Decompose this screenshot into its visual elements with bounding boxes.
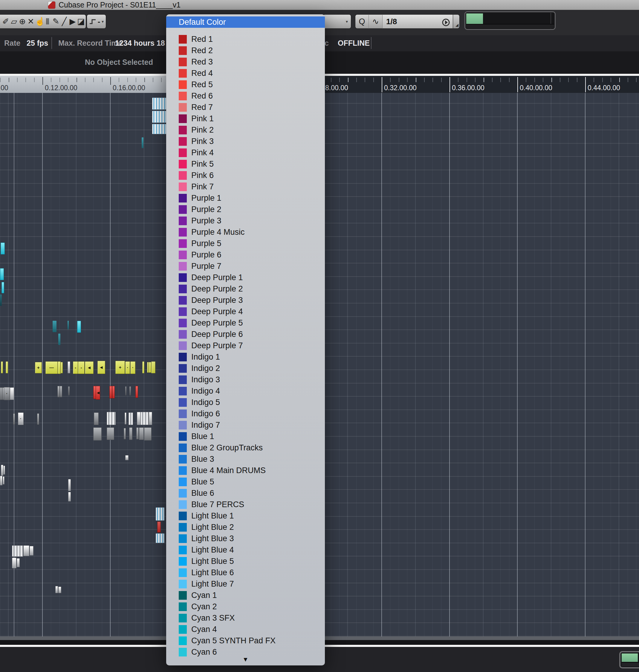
clip[interactable]: [135, 386, 138, 398]
color-menu-item[interactable]: Purple 7: [166, 260, 325, 272]
color-menu-item[interactable]: Red 7: [166, 101, 325, 113]
clip[interactable]: [125, 455, 128, 460]
clip[interactable]: [128, 413, 133, 425]
color-menu-item[interactable]: Indigo 7: [166, 419, 325, 431]
color-menu-item[interactable]: Purple 6: [166, 249, 325, 260]
clip[interactable]: ·: [125, 362, 130, 374]
color-menu-item[interactable]: Pink 2: [166, 124, 325, 135]
clip[interactable]: [60, 386, 62, 397]
clip[interactable]: -: [73, 362, 78, 374]
clip[interactable]: [3, 476, 4, 484]
clip[interactable]: [58, 587, 61, 593]
clip[interactable]: [112, 386, 115, 398]
clip[interactable]: [156, 508, 165, 521]
color-menu-item[interactable]: Purple 4 Music: [166, 226, 325, 238]
color-menu-item[interactable]: Blue 1: [166, 431, 325, 442]
color-menu-item[interactable]: Light Blue 1: [166, 510, 325, 522]
clip[interactable]: [1, 242, 5, 254]
color-menu-item[interactable]: Deep Purple 3: [166, 294, 325, 306]
clip[interactable]: [107, 412, 116, 425]
clip[interactable]: [0, 294, 2, 306]
color-menu-item[interactable]: Light Blue 2: [166, 522, 325, 533]
color-menu-item[interactable]: Pink 5: [166, 158, 325, 170]
color-menu-item[interactable]: Red 4: [166, 67, 325, 79]
clip[interactable]: [68, 479, 71, 491]
clip[interactable]: [136, 427, 139, 439]
clip[interactable]: ·: [18, 413, 24, 425]
color-menu-item[interactable]: Indigo 6: [166, 408, 325, 419]
color-menu-item[interactable]: Pink 7: [166, 181, 325, 192]
clip[interactable]: [1, 282, 4, 293]
clip[interactable]: [23, 545, 29, 556]
clip[interactable]: [129, 386, 131, 396]
color-menu-item[interactable]: Blue 2 GroupTracks: [166, 442, 325, 453]
color-menu-item[interactable]: Indigo 2: [166, 363, 325, 374]
clip[interactable]: [142, 138, 143, 148]
clip[interactable]: [12, 545, 23, 557]
clip[interactable]: [52, 321, 57, 332]
clip[interactable]: [125, 413, 126, 425]
color-menu-item[interactable]: Deep Purple 6: [166, 329, 325, 340]
clip[interactable]: [37, 413, 39, 425]
color-combo-partial[interactable]: ▾: [323, 14, 351, 29]
clip[interactable]: [0, 476, 2, 485]
clip[interactable]: [129, 427, 133, 440]
scroll-down-icon[interactable]: ▼: [166, 656, 325, 663]
color-menu-item[interactable]: Red 6: [166, 90, 325, 101]
color-menu-item[interactable]: Deep Purple 4: [166, 306, 325, 317]
clip[interactable]: [1, 362, 3, 373]
clip[interactable]: ◄: [97, 361, 105, 374]
color-menu-item[interactable]: Red 1: [166, 33, 325, 45]
object-selection-tool-icon[interactable]: ✐: [1, 15, 10, 28]
clip[interactable]: [67, 321, 69, 330]
clip[interactable]: [58, 334, 60, 345]
clip[interactable]: [61, 362, 63, 373]
wave-quantize-button[interactable]: ∿: [369, 14, 383, 29]
clip[interactable]: [144, 427, 152, 441]
color-menu-item[interactable]: Red 3: [166, 56, 325, 67]
line-tool-icon[interactable]: ╱: [60, 15, 68, 28]
color-menu-item[interactable]: Deep Purple 1: [166, 272, 325, 283]
clip[interactable]: [55, 586, 58, 593]
clip[interactable]: ◄: [85, 362, 94, 374]
clip[interactable]: ·: [130, 362, 135, 374]
color-menu-item[interactable]: Pink 4: [166, 147, 325, 158]
clip[interactable]: [94, 413, 99, 425]
clip[interactable]: [152, 98, 166, 110]
clip[interactable]: [58, 362, 61, 374]
color-menu-item[interactable]: Blue 7 PERCS: [166, 499, 325, 510]
color-menu-item[interactable]: Light Blue 3: [166, 533, 325, 544]
clip[interactable]: [0, 268, 4, 280]
color-menu-item[interactable]: Indigo 1: [166, 351, 325, 363]
clip[interactable]: [140, 412, 149, 425]
clip[interactable]: [157, 522, 161, 532]
quantize-preset-field[interactable]: 1/8: [383, 14, 453, 29]
color-menu-item[interactable]: Indigo 3: [166, 374, 325, 385]
color-menu-item[interactable]: Indigo 5: [166, 397, 325, 408]
clip[interactable]: [67, 362, 70, 373]
color-menu-item[interactable]: Cyan 4: [166, 624, 325, 635]
clip[interactable]: —: [45, 362, 58, 374]
clip[interactable]: [151, 362, 155, 373]
clip[interactable]: [57, 386, 60, 397]
clip[interactable]: +: [35, 362, 42, 373]
circular-arrow-icon[interactable]: [441, 17, 450, 31]
clip[interactable]: -: [78, 362, 84, 374]
range-selection-tool-icon[interactable]: ▱: [10, 15, 18, 28]
split-tool-icon[interactable]: ⫴: [43, 15, 52, 28]
clip[interactable]: [124, 428, 126, 439]
color-menu-item[interactable]: Pink 3: [166, 135, 325, 147]
clip[interactable]: +: [115, 361, 125, 374]
clip[interactable]: [93, 427, 102, 441]
color-menu-item[interactable]: Blue 4 Main DRUMS: [166, 465, 325, 476]
clip[interactable]: [142, 362, 144, 373]
clip[interactable]: [13, 413, 15, 425]
clip[interactable]: [107, 427, 114, 440]
clip[interactable]: [6, 362, 8, 373]
color-menu-item[interactable]: Light Blue 4: [166, 544, 325, 556]
clip[interactable]: [10, 387, 14, 400]
color-menu-item[interactable]: Purple 2: [166, 204, 325, 215]
clip[interactable]: [156, 533, 165, 543]
color-menu-item[interactable]: Purple 5: [166, 238, 325, 249]
zoom-tool-icon[interactable]: ⊕: [18, 15, 27, 28]
